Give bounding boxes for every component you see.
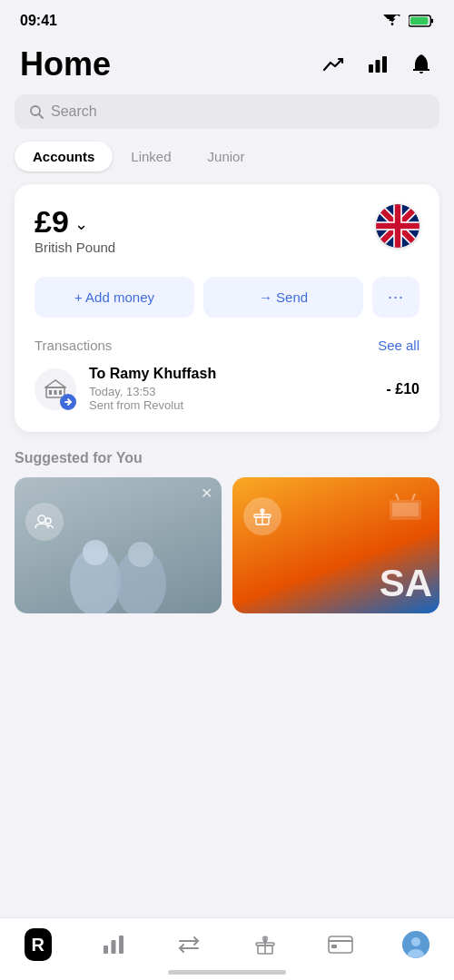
- page-title: Home: [20, 45, 111, 83]
- see-all-button[interactable]: See all: [378, 338, 419, 353]
- action-buttons: + Add money → Send ···: [35, 277, 419, 318]
- add-money-button[interactable]: + Add money: [35, 277, 194, 318]
- card-top: £9 ⌄ British Pound: [35, 204, 419, 271]
- svg-rect-2: [430, 19, 433, 24]
- svg-rect-45: [329, 936, 352, 953]
- home-indicator: [168, 970, 286, 975]
- transactions-header: Transactions See all: [35, 338, 419, 353]
- transaction-info: To Ramy Khuffash Today, 13:53 Sent from …: [89, 366, 374, 412]
- battery-icon: [409, 15, 434, 27]
- svg-rect-5: [376, 60, 380, 73]
- status-time: 09:41: [20, 13, 57, 29]
- balance-chevron: ⌄: [74, 214, 88, 234]
- suggested-card-2[interactable]: SA: [232, 477, 439, 613]
- chart-bar-icon: [368, 55, 388, 74]
- svg-point-49: [411, 937, 420, 946]
- table-row[interactable]: To Ramy Khuffash Today, 13:53 Sent from …: [35, 366, 419, 412]
- svg-line-8: [39, 114, 43, 118]
- suggested-cards: ✕: [15, 477, 439, 613]
- tab-accounts[interactable]: Accounts: [15, 142, 113, 172]
- revolut-logo: R: [25, 928, 52, 961]
- transactions-label: Transactions: [35, 338, 112, 353]
- svg-rect-37: [104, 946, 108, 954]
- svg-rect-22: [54, 390, 57, 395]
- svg-point-0: [391, 23, 393, 24]
- search-icon: [29, 104, 44, 119]
- nav-home[interactable]: R: [14, 927, 63, 962]
- balance-amount: £9: [35, 204, 69, 240]
- svg-rect-21: [49, 390, 52, 395]
- suggested-section: Suggested for You ✕: [0, 450, 454, 626]
- group-icon: [35, 512, 54, 532]
- more-button[interactable]: ···: [372, 277, 419, 318]
- suggested-card-1-overlay: ✕: [15, 477, 222, 613]
- transaction-time: Today, 13:53: [89, 385, 374, 398]
- transaction-source: Sent from Revolut: [89, 398, 374, 412]
- transaction-icon: [35, 368, 76, 410]
- trending-up-icon: [322, 55, 346, 74]
- svg-point-28: [83, 540, 108, 565]
- profile-icon: [402, 931, 429, 958]
- suggested-label: Suggested for You: [15, 450, 439, 466]
- send-badge: [60, 394, 76, 410]
- chart-button[interactable]: [365, 52, 390, 77]
- transfer-icon: [175, 931, 202, 958]
- nav-cards[interactable]: [316, 927, 365, 962]
- currency-name: British Pound: [35, 240, 115, 255]
- nav-profile[interactable]: [391, 927, 440, 962]
- revolut-logo-icon: R: [25, 931, 52, 958]
- avatar: [402, 931, 429, 958]
- gift-nav-icon: [252, 931, 279, 958]
- status-bar: 09:41: [0, 0, 454, 36]
- svg-rect-18: [376, 223, 419, 229]
- svg-line-36: [412, 494, 415, 500]
- tab-linked[interactable]: Linked: [113, 142, 189, 172]
- suggested-card-2-overlay: SA: [232, 477, 439, 613]
- search-bar[interactable]: Search: [15, 94, 439, 129]
- cards-icon: [327, 931, 354, 958]
- transaction-name: To Ramy Khuffash: [89, 366, 374, 382]
- svg-point-25: [38, 515, 45, 523]
- close-icon[interactable]: ✕: [201, 485, 212, 502]
- bell-icon: [411, 54, 431, 75]
- svg-line-35: [396, 494, 399, 500]
- gift-icon: [252, 506, 272, 526]
- people-illustration: [15, 532, 222, 613]
- svg-point-30: [128, 542, 153, 567]
- arrow-right-icon: [64, 397, 73, 407]
- wifi-icon: [383, 15, 401, 27]
- suggested-card-1[interactable]: ✕: [15, 477, 222, 613]
- svg-rect-6: [382, 56, 387, 73]
- nav-perks[interactable]: [241, 927, 290, 962]
- account-card: £9 ⌄ British Pound: [15, 184, 439, 432]
- shopping-decoration: [385, 486, 430, 523]
- send-button[interactable]: → Send: [203, 277, 363, 318]
- sale-text: SA: [380, 564, 432, 603]
- header-icons: [321, 52, 434, 77]
- svg-rect-34: [392, 503, 419, 516]
- svg-rect-4: [369, 64, 373, 73]
- search-container: Search: [0, 94, 454, 142]
- currency-flag: [376, 204, 419, 248]
- svg-rect-47: [331, 945, 337, 948]
- trending-up-button[interactable]: [321, 52, 347, 77]
- header: Home: [0, 36, 454, 94]
- gift-icon-wrapper: [243, 497, 281, 535]
- svg-rect-39: [119, 936, 123, 954]
- svg-point-26: [45, 518, 51, 524]
- svg-rect-23: [59, 390, 62, 395]
- search-placeholder: Search: [51, 103, 97, 120]
- analytics-icon: [100, 931, 127, 958]
- svg-rect-38: [111, 940, 115, 954]
- bell-button[interactable]: [409, 52, 434, 77]
- nav-transfer[interactable]: [164, 927, 213, 962]
- svg-marker-20: [45, 380, 65, 387]
- nav-analytics[interactable]: [89, 927, 138, 962]
- status-icons: [383, 15, 434, 27]
- svg-rect-3: [410, 17, 429, 24]
- tab-junior[interactable]: Junior: [190, 142, 263, 172]
- tabs-container: Accounts Linked Junior: [0, 142, 454, 184]
- balance-section: £9 ⌄ British Pound: [35, 204, 115, 271]
- balance-row[interactable]: £9 ⌄: [35, 204, 115, 240]
- transaction-amount: - £10: [387, 381, 419, 397]
